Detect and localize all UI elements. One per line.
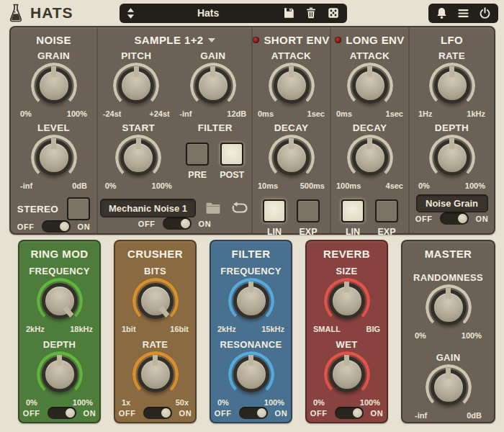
- noise-grain-param: GRAIN 0% 100%: [20, 48, 87, 118]
- long-env-title: LONG ENV: [346, 34, 405, 46]
- knob-max-label: 16bit: [170, 325, 189, 333]
- noise-level-knob[interactable]: [31, 135, 77, 181]
- short-env-decay-knob[interactable]: [269, 135, 315, 181]
- toggle-off-label: OFF: [23, 409, 40, 418]
- randomize-preset-button[interactable]: [327, 6, 340, 19]
- stereo-button[interactable]: [67, 197, 90, 220]
- sample-pitch-knob[interactable]: [113, 63, 159, 109]
- power-button[interactable]: [478, 6, 492, 20]
- knob-pointer: [289, 135, 294, 158]
- reverb-wet-knob[interactable]: [324, 351, 370, 397]
- sample-gain-knob[interactable]: [190, 63, 236, 109]
- crusher-bits-knob[interactable]: [132, 278, 179, 324]
- filter-title: FILTER: [232, 248, 271, 260]
- knob-max-label: 18kHz: [70, 325, 93, 333]
- delete-preset-button[interactable]: [305, 6, 318, 19]
- sample-selector[interactable]: SAMPLE 1+2: [134, 34, 215, 46]
- sample-pitch-param: PITCH -24st +24st: [103, 48, 170, 118]
- save-preset-button[interactable]: [282, 6, 295, 19]
- knob-pointer: [367, 135, 372, 158]
- knob-pointer: [51, 63, 56, 86]
- power-icon: [478, 6, 492, 20]
- menu-button[interactable]: [456, 6, 470, 20]
- knob-pointer: [153, 351, 158, 374]
- knob-pointer: [344, 278, 349, 301]
- lfo-onoff-row: OFF ON: [415, 212, 489, 225]
- long-env-decay-knob[interactable]: [347, 135, 393, 181]
- crusher-rate-knob[interactable]: [132, 351, 179, 397]
- param-label: DECAY: [274, 122, 309, 133]
- reverb-panel: REVERB SIZE SMALL BIG WET 0% 100%: [305, 240, 388, 423]
- knob-pointer: [449, 63, 454, 86]
- knob-max-label: +24st: [149, 109, 169, 118]
- lfo-rate-param: RATE 1Hz 1kHz: [418, 48, 485, 118]
- knob-max-label: 0dB: [467, 411, 482, 420]
- knob-max-label: 100%: [152, 181, 172, 190]
- preset-spinner[interactable]: [127, 7, 135, 19]
- short-env-exp-button[interactable]: [297, 199, 320, 222]
- sample-start-knob[interactable]: [115, 135, 161, 181]
- preset-actions: [282, 6, 340, 19]
- short-env-attack-knob[interactable]: [269, 63, 315, 109]
- lfo-toggle[interactable]: [440, 212, 469, 225]
- stereo-label: STEREO: [17, 204, 58, 215]
- knob-min-label: 1Hz: [418, 109, 433, 118]
- header-bar: HATS Hats: [0, 0, 504, 26]
- notifications-button[interactable]: [435, 6, 449, 20]
- filter-post-button[interactable]: [220, 143, 243, 166]
- lfo-depth-knob[interactable]: [429, 135, 475, 181]
- param-label: DECAY: [353, 122, 387, 133]
- filter-frequency-knob[interactable]: [228, 278, 274, 324]
- master-randomness-knob[interactable]: [426, 284, 472, 330]
- browse-sample-button[interactable]: [205, 202, 221, 215]
- reverb-toggle[interactable]: [335, 407, 364, 419]
- lfo-target-select[interactable]: Noise Grain: [416, 194, 488, 212]
- lfo-rate-knob[interactable]: [429, 63, 475, 109]
- lfo-depth-param: DEPTH 0% 100%: [418, 120, 485, 190]
- toggle-knob: [161, 408, 171, 418]
- noise-toggle[interactable]: [42, 220, 71, 233]
- knob-min-label: 2kHz: [26, 325, 45, 333]
- param-label: ATTACK: [271, 50, 311, 61]
- post-label: POST: [220, 170, 244, 180]
- sample-toggle[interactable]: [163, 217, 192, 230]
- sample-name-select[interactable]: Mechanic Noise 1: [100, 199, 196, 217]
- fx-row: RING MOD FREQUENCY 2kHz 18kHz DEPTH 0% 1…: [18, 240, 495, 423]
- ring-mod-frequency-knob[interactable]: [37, 278, 83, 324]
- filter-resonance-knob[interactable]: [228, 351, 274, 397]
- long-env-lin-button[interactable]: [341, 199, 364, 222]
- loop-sample-button[interactable]: [230, 202, 249, 215]
- preset-bar: Hats: [120, 4, 347, 23]
- short-env-decay-param: DECAY 10ms 500ms: [258, 120, 325, 190]
- preset-name[interactable]: Hats: [140, 7, 276, 19]
- filter-frequency-param: FREQUENCY 2kHz 15kHz: [217, 264, 284, 333]
- short-env-curve-buttons: LIN EXP: [263, 199, 320, 237]
- trash-icon: [305, 6, 318, 19]
- param-label: FREQUENCY: [220, 266, 281, 276]
- noise-grain-knob[interactable]: [31, 63, 77, 109]
- long-env-attack-knob[interactable]: [347, 63, 393, 109]
- toggle-knob: [257, 408, 266, 418]
- long-env-exp-button[interactable]: [375, 199, 398, 222]
- ring-mod-depth-knob[interactable]: [37, 351, 83, 397]
- app-title: HATS: [30, 4, 73, 22]
- short-env-lin-button[interactable]: [263, 199, 286, 222]
- knob-pointer: [367, 63, 372, 86]
- long-env-curve-buttons: LIN EXP: [341, 199, 398, 237]
- master-gain-knob[interactable]: [426, 364, 472, 410]
- ring-mod-toggle[interactable]: [48, 407, 76, 419]
- param-label: BITS: [144, 266, 166, 276]
- toggle-on-label: ON: [476, 215, 489, 223]
- master-randomness-param: RANDOMNESS 0% 100%: [413, 270, 483, 340]
- short-env-section: SHORT ENV ATTACK 0ms 1sec DECAY 10ms 500…: [251, 27, 330, 233]
- filter-pre-button[interactable]: [186, 143, 209, 166]
- knob-max-label: 1sec: [386, 109, 403, 118]
- knob-pointer: [248, 351, 253, 374]
- master-title: MASTER: [425, 248, 472, 260]
- filter-toggle[interactable]: [239, 407, 268, 419]
- sample-onoff-row: OFF ON: [138, 217, 212, 230]
- sample-file-row: Mechanic Noise 1: [98, 199, 251, 217]
- toggle-off-label: OFF: [310, 409, 328, 418]
- reverb-size-knob[interactable]: [324, 278, 370, 324]
- crusher-toggle[interactable]: [143, 407, 172, 419]
